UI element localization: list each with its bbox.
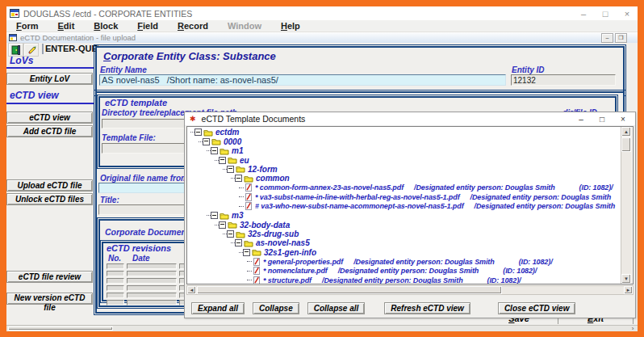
mdi-minimize-button[interactable]: – [601,33,613,43]
expand-box-icon[interactable] [194,128,202,136]
revision-cell[interactable] [127,271,177,276]
expand-box-icon[interactable] [227,166,234,173]
expand-box-icon[interactable] [235,239,242,246]
dialog-maximize-icon[interactable]: □ [598,115,606,124]
dialog-minimize-icon[interactable]: – [577,115,585,124]
unlock-ectd-files-button[interactable]: Unlock eCTD files [6,193,93,205]
expand-box-icon[interactable] [219,221,226,229]
revision-cell[interactable] [107,293,124,298]
scroll-left-icon[interactable]: ◄ [187,286,196,294]
tree-viewport: ectdm0000m1eu12-formcommon* common-form-… [186,126,634,284]
tree-folder-0000[interactable]: 0000 [187,137,622,145]
dialog-icon: ✱ [190,115,196,123]
dialog-button-close-ectd-view[interactable]: Close eCTD view [498,302,576,314]
tree-folder-eu[interactable]: eu [187,155,622,164]
tree-connector [247,271,252,272]
tree-folder-32s-drug-sub[interactable]: 32s-drug-sub [187,230,622,238]
revision-cell[interactable] [107,263,124,269]
dialog-close-icon[interactable]: × [619,115,627,124]
revision-cell[interactable] [107,271,124,276]
dialog-button-refresh-ectd-view[interactable]: Refresh eCTD view [384,302,470,314]
revision-cell[interactable] [127,278,177,284]
scroll-down-icon[interactable]: ▼ [621,274,631,284]
menu-record[interactable]: Record [168,21,218,31]
entity-lov-button[interactable]: Entity LoV [6,73,93,85]
tree-folder-32s1-gen-info[interactable]: 32s1-gen-info [187,248,622,257]
scroll-right-icon[interactable]: › [629,326,637,331]
tree-file[interactable]: * nomenclature.pdf/Designated entity per… [187,267,622,276]
revision-cell[interactable] [107,285,124,291]
entity-panel: Corporate Entity Class: Substance Entity… [95,46,625,95]
tree-folder-common[interactable]: common [187,174,622,183]
revision-cell[interactable] [107,300,124,305]
ectd-view-button[interactable]: eCTD view [6,112,93,124]
tree-folder-label: 32s-drug-sub [248,230,299,238]
expand-box-icon[interactable] [211,147,218,154]
scroll-up-icon[interactable]: ▲ [621,127,631,137]
mdi-window-buttons: – ❐ [601,33,627,43]
menu-field[interactable]: Field [128,21,168,31]
tree-file[interactable]: * va3-subst-name-in-line-with-herbal-reg… [187,192,622,201]
tree-file-person: /Designated entity person: Douglas Smith [475,202,616,210]
revision-cell[interactable] [107,278,124,284]
expand-box-icon[interactable] [211,212,218,219]
tree-connector [239,206,244,207]
tree-file[interactable]: * general-properties.pdf/Designated enti… [187,257,622,266]
tree-file[interactable]: * common-form-annex-23-as-novel-nas5.pdf… [187,183,622,192]
mdi-restore-button[interactable]: ❐ [615,33,627,43]
scroll-right-icon[interactable]: ► [624,286,633,294]
expand-box-icon[interactable] [203,138,210,145]
menu-edit[interactable]: Edit [48,21,85,31]
tree-connector [247,280,252,280]
menu-block[interactable]: Block [84,21,128,31]
tree-folder-label: 32s1-gen-info [264,248,316,257]
revision-cell[interactable] [127,293,177,298]
add-ectd-file-button[interactable]: Add eCTD file [6,125,93,137]
tree-folder-12-form[interactable]: 12-form [187,165,622,174]
revisions-title: eCTD revisions [107,243,171,253]
scrollbar-thumb[interactable] [621,137,631,152]
new-version-ectd-file-button[interactable]: New version eCTD file [6,293,93,305]
minimize-icon[interactable]: – [579,9,588,19]
tree-vertical-scrollbar[interactable]: ▲ ▼ [621,127,632,284]
tree-folder-m3[interactable]: m3 [187,211,622,220]
menu-help[interactable]: Help [271,21,310,31]
tree-connector [239,196,244,197]
dialog-button-collapse-all[interactable]: Collapse all [307,302,366,314]
dialog-titlebar: ✱ eCTD Template Documents – □ × [185,112,635,126]
tree-folder-m1[interactable]: m1 [187,146,622,155]
tree-horizontal-scrollbar[interactable]: ◄ ► [186,285,634,295]
file-icon [245,193,252,201]
maximize-icon[interactable]: □ [601,9,609,19]
tree-file-person: /Designated entity person: Douglas Smith [353,258,495,266]
expand-box-icon[interactable] [235,175,242,182]
close-icon[interactable]: × [623,9,631,19]
dialog-button-collapse[interactable]: Collapse [253,302,299,314]
scrollbar-thumb[interactable] [8,326,113,331]
horizontal-scrollbar[interactable]: › [6,325,638,331]
entity-id-input[interactable] [511,74,616,86]
dialog-button-expand-all[interactable]: Expand all [191,302,245,314]
tree-file[interactable]: # va3-who-new-subst-name-acommonept-as-n… [187,202,622,211]
expand-box-icon[interactable] [243,249,250,256]
upload-ectd-file-button[interactable]: Upload eCTD file [6,179,93,192]
revision-cell[interactable] [127,263,177,269]
file-icon [253,267,260,275]
menu-form[interactable]: Form [6,21,48,31]
expand-box-icon[interactable] [219,157,226,164]
dialog-controls: – □ × [577,112,627,125]
menu-window[interactable]: Window [218,21,271,31]
revision-cell[interactable] [127,285,177,291]
template-file-label: Template File: [102,133,156,142]
folder-icon [236,165,245,173]
tree-folder-32-body-data[interactable]: 32-body-data [187,220,622,229]
mdi-window-icon [9,34,17,41]
revision-cell[interactable] [127,300,177,305]
entity-name-input[interactable] [99,74,506,86]
expand-box-icon[interactable] [227,230,234,238]
tree-folder-ectdm[interactable]: ectdm [187,128,622,137]
tree-file[interactable]: * structure.pdf/Designated entity person… [187,276,622,284]
scrollbar-thumb[interactable] [197,286,502,294]
ectd-file-review-button[interactable]: eCTD file review [6,271,93,283]
tree-folder-as-novel-nas5[interactable]: as-novel-nas5 [187,238,622,247]
